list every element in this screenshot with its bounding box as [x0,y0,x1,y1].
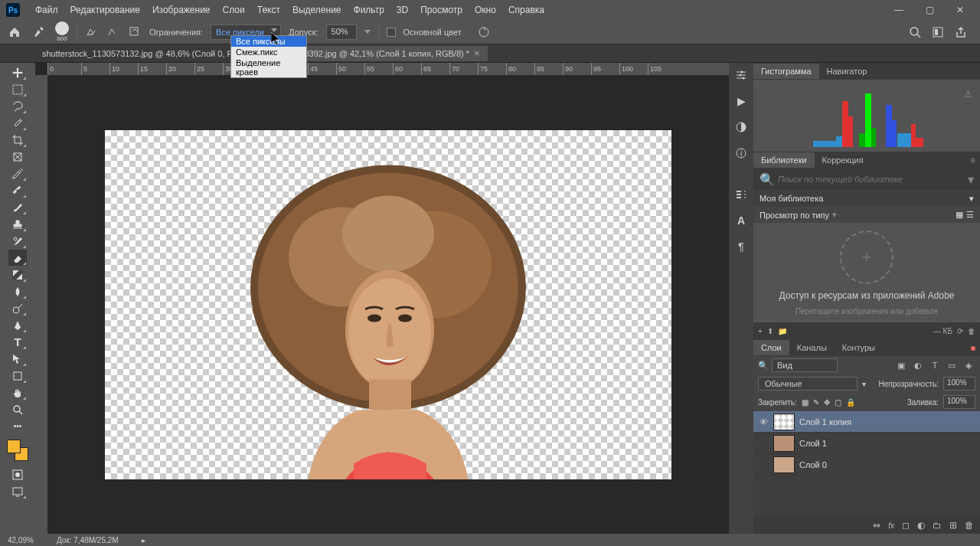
dropdown-option-contig[interactable]: Смеж.пикс [231,47,306,57]
menu-view[interactable]: Просмотр [414,2,469,18]
layer-name[interactable]: Слой 1 [799,439,827,448]
menu-window[interactable]: Окно [469,2,502,18]
adj-layer-icon[interactable]: ◐ [917,520,925,531]
info-icon[interactable]: i [733,145,749,161]
panel-menu-icon[interactable]: ≡ [971,155,980,165]
canvas-image[interactable] [105,130,671,479]
color-swatches[interactable] [7,440,28,461]
adjustment-icon[interactable] [733,119,749,135]
library-select[interactable]: Моя библиотека ▾ [753,190,980,207]
tool-brush[interactable] [8,199,27,215]
minimize-button[interactable]: — [891,2,906,18]
tab-adjustments[interactable]: Коррекция [815,152,871,168]
filter-image-icon[interactable]: ▣ [894,358,908,372]
ruler-horizontal[interactable]: 0 5 10 15 20 25 30 35 40 45 50 55 60 65 … [47,63,729,75]
link-icon[interactable]: ⇔ [873,520,880,531]
tool-path[interactable] [8,351,27,367]
blend-mode-select[interactable]: Обычные [758,377,858,391]
tolerance-input[interactable]: 50% [326,25,357,40]
tool-screen[interactable] [8,483,27,499]
list-view-icon[interactable]: ☰ [966,210,974,220]
chevron-down-icon[interactable]: ▾ [968,172,974,187]
fill-input[interactable]: 100% [943,395,975,409]
tab-close-icon[interactable]: × [474,50,480,57]
menu-image[interactable]: Изображение [146,2,217,18]
properties-icon[interactable] [733,67,749,83]
tool-preset-icon[interactable] [31,24,47,41]
dropdown-option-all[interactable]: Все пикселы [231,36,306,47]
close-button[interactable]: ✕ [952,2,968,18]
grid-view-icon[interactable]: ▦ [956,210,963,220]
maximize-button[interactable]: ▢ [922,2,937,18]
dropdown-option-edges[interactable]: Выделение краев [231,57,306,77]
menu-edit[interactable]: Редактирование [64,2,146,18]
layer-thumbnail[interactable] [773,456,795,473]
fx-icon[interactable]: fx [888,521,894,530]
actions-icon[interactable]: ▶ [733,93,749,109]
tab-layers[interactable]: Слои [753,340,789,355]
sample-all-layers-icon[interactable] [85,25,99,39]
tool-more[interactable]: ••• [8,418,27,434]
tool-hand[interactable] [8,384,27,401]
arrange-icon[interactable] [931,25,945,39]
opacity-input[interactable]: 100% [943,377,975,391]
tab-libraries[interactable]: Библиотеки [753,152,815,168]
panel-icon[interactable] [733,187,749,202]
trash-icon[interactable]: 🗑 [965,520,974,531]
menu-help[interactable]: Справка [502,2,550,18]
menu-filter[interactable]: Фильтр [348,2,390,18]
pressure-icon[interactable] [477,25,491,39]
lock-transparency-icon[interactable]: ▦ [802,398,808,407]
layer-thumbnail[interactable] [773,435,795,452]
filter-type-icon[interactable]: T [928,358,942,372]
tool-quickmask[interactable] [8,466,27,482]
tool-lasso[interactable] [8,98,27,114]
tool-frame[interactable] [8,149,27,165]
tab-histogram[interactable]: Гистограмма [753,64,819,79]
mask-icon[interactable]: ◻ [902,520,910,531]
filter-adj-icon[interactable]: ◐ [911,358,925,372]
tool-zoom[interactable] [8,401,27,417]
lock-move-icon[interactable]: ✥ [824,398,830,407]
lock-brush-icon[interactable]: ✎ [813,398,819,407]
tool-pen[interactable] [8,317,27,333]
ruler-vertical[interactable] [35,75,47,534]
layer-thumbnail[interactable] [773,414,795,430]
chevron-down-icon[interactable]: ▾ [862,380,866,388]
add-library-icon[interactable]: + [758,327,763,335]
sync-icon[interactable]: ⟳ [957,327,963,335]
para-icon[interactable]: ¶ [733,239,749,254]
canvas-viewport[interactable] [47,75,729,534]
group-icon[interactable]: 🗀 [933,520,942,531]
chevron-right-icon[interactable]: ▸ [142,536,145,544]
menu-3d[interactable]: 3D [390,2,414,18]
char-icon[interactable]: A [733,213,749,228]
tool-shape[interactable] [8,368,27,384]
tab-channels[interactable]: Каналы [789,340,835,355]
tool-healing[interactable] [8,182,27,198]
filter-smart-icon[interactable]: ◈ [962,358,975,372]
new-layer-icon[interactable]: ⊞ [949,520,957,531]
menu-select[interactable]: Выделение [286,2,348,18]
lock-artboard-icon[interactable]: ▢ [835,398,841,407]
visibility-toggle[interactable]: 👁 [758,417,769,427]
tool-history[interactable] [8,233,27,249]
folder-icon[interactable]: 📁 [778,327,787,335]
tool-stamp[interactable] [8,216,27,232]
chevron-down-icon[interactable]: ▾ [832,210,837,220]
layer-name[interactable]: Слой 0 [799,460,827,469]
layer-row[interactable]: Слой 0 [753,454,980,476]
warning-icon[interactable]: ⚠ [964,89,972,100]
share-icon[interactable] [954,25,968,39]
menu-layer[interactable]: Слои [217,2,251,18]
tool-type[interactable]: T [8,334,27,350]
kind-select[interactable]: Вид [772,358,838,372]
tool-eraser[interactable] [8,250,27,266]
home-icon[interactable] [6,24,23,41]
library-drop-zone[interactable]: + Доступ к ресурсам из приложений Adobe … [753,223,980,322]
import-icon[interactable]: ⬆ [767,327,773,335]
tool-wand[interactable] [8,115,27,131]
layer-row[interactable]: Слой 1 [753,433,980,454]
doc-size[interactable]: Док: 7,48М/25,2М [57,536,119,544]
visibility-toggle[interactable] [758,459,769,470]
